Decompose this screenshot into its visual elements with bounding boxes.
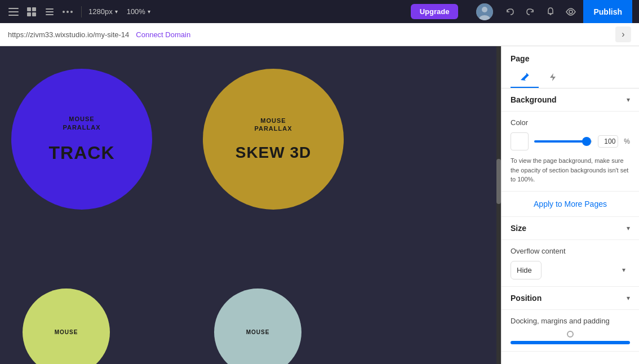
site-url: https://zivm33.wixstudio.io/my-site-14 (8, 30, 129, 39)
main-area: MOUSEPARALLAX TRACK MOUSEPARALLAX SKEW 3… (0, 46, 639, 364)
background-chevron: ▾ (627, 96, 630, 104)
zoom-selector[interactable]: 100% ▾ (127, 7, 150, 16)
redo-button[interactable] (522, 4, 538, 20)
undo-button[interactable] (502, 4, 518, 20)
size-chevron: ▾ (627, 224, 630, 232)
resolution-value: 1280px (88, 7, 113, 16)
svg-rect-4 (32, 7, 36, 11)
opacity-input[interactable] (598, 135, 618, 148)
chevron-down-icon: ▾ (148, 8, 150, 15)
docking-radio[interactable] (511, 331, 630, 338)
circle-blue: MOUSEPARALLAX TRACK (11, 69, 152, 210)
connect-domain-link[interactable]: Connect Domain (136, 30, 190, 39)
svg-point-10 (63, 11, 65, 13)
addressbar: https://zivm33.wixstudio.io/my-site-14 C… (0, 23, 639, 46)
circle-blue-label: MOUSEPARALLAX (63, 115, 100, 131)
layers-icon[interactable] (43, 5, 56, 19)
svg-rect-1 (8, 11, 19, 12)
pages-icon[interactable] (25, 5, 38, 19)
svg-rect-5 (27, 12, 31, 16)
blue-bar (511, 341, 630, 344)
scrollbar-thumb[interactable] (496, 159, 501, 204)
chevron-down-icon: ▾ (115, 8, 118, 15)
slider-track (534, 140, 592, 143)
resolution-selector[interactable]: 1280px ▾ (88, 7, 118, 16)
canvas[interactable]: MOUSEPARALLAX TRACK MOUSEPARALLAX SKEW 3… (0, 46, 501, 364)
circle-green: MOUSE (23, 288, 110, 364)
side-panel: Page Background ▾ Color (501, 46, 639, 364)
circle-teal-label: MOUSE (246, 329, 270, 335)
bg-note: To view the page background, make sure t… (511, 156, 630, 184)
circle-yellow-label: MOUSEPARALLAX (254, 117, 292, 133)
notification-icon[interactable] (543, 4, 558, 20)
radio-dot[interactable] (567, 331, 574, 338)
background-section-header[interactable]: Background ▾ (502, 88, 639, 112)
preview-icon[interactable] (563, 4, 579, 20)
overflow-select-wrapper: Hide Show (511, 261, 630, 279)
menu-icon[interactable] (7, 5, 20, 19)
opacity-unit: % (624, 137, 630, 145)
overflow-label: Overflow content (511, 247, 630, 255)
publish-button[interactable]: Publish (583, 0, 632, 23)
color-label: Color (511, 118, 630, 127)
circle-blue-main: TRACK (49, 143, 115, 163)
divider-1 (81, 6, 82, 17)
svg-point-12 (70, 11, 73, 13)
scrollbar-track (496, 46, 501, 364)
position-section-header[interactable]: Position ▾ (502, 287, 639, 310)
color-swatch[interactable] (511, 132, 529, 150)
size-section-content: Overflow content Hide Show (502, 240, 639, 287)
circle-yellow-main: SKEW 3D (236, 144, 312, 162)
position-title: Position (511, 294, 542, 303)
upgrade-button[interactable]: Upgrade (411, 4, 459, 19)
color-row: % (511, 132, 630, 150)
slider-fill (534, 140, 587, 143)
opacity-slider[interactable] (534, 136, 592, 147)
position-section-content: Docking, margins and padding (502, 310, 639, 352)
circle-green-label: MOUSE (55, 329, 78, 335)
svg-point-14 (482, 7, 487, 12)
background-title: Background (511, 95, 557, 104)
svg-rect-6 (32, 12, 36, 16)
svg-point-18 (569, 10, 573, 14)
tab-lightning[interactable] (539, 68, 567, 88)
size-title: Size (511, 224, 526, 233)
more-icon[interactable] (61, 5, 74, 19)
tab-design[interactable] (511, 68, 539, 88)
circle-yellow: MOUSEPARALLAX SKEW 3D (203, 69, 344, 210)
apply-to-more-pages-link[interactable]: Apply to More Pages (502, 192, 639, 217)
zoom-value: 100% (127, 7, 145, 16)
background-section-content: Color % To view the page background, mak… (502, 112, 639, 192)
docking-label: Docking, margins and padding (511, 317, 630, 325)
collapse-panel-button[interactable]: › (615, 26, 631, 42)
slider-thumb[interactable] (582, 137, 591, 146)
position-chevron: ▾ (627, 294, 630, 302)
svg-rect-3 (27, 7, 31, 11)
svg-rect-9 (46, 14, 54, 15)
circle-teal: MOUSE (214, 288, 301, 364)
avatar[interactable] (476, 3, 493, 20)
svg-point-11 (66, 11, 69, 13)
panel-tabs (502, 68, 639, 88)
size-section-header[interactable]: Size ▾ (502, 217, 639, 240)
panel-title: Page (502, 46, 639, 68)
overflow-select[interactable]: Hide Show (511, 261, 542, 279)
svg-rect-8 (46, 11, 54, 12)
svg-rect-0 (8, 8, 19, 9)
svg-rect-7 (46, 8, 54, 10)
svg-rect-2 (8, 15, 19, 16)
topbar: 1280px ▾ 100% ▾ Upgrade (0, 0, 639, 23)
